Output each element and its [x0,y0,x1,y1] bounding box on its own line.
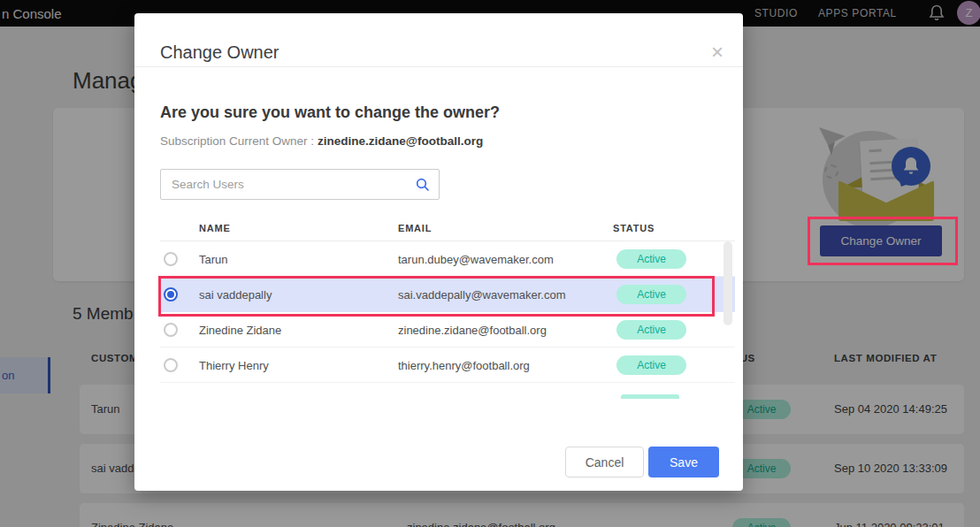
cancel-button[interactable]: Cancel [565,447,644,477]
save-button[interactable]: Save [648,447,719,477]
users-column-name: NAME [199,223,231,233]
search-box [160,169,440,200]
highlight-box-change-owner-button [808,217,958,265]
user-name: Thierry Henry [199,359,269,372]
list-scrollbar-thumb[interactable] [724,241,732,325]
status-badge: Active [616,320,686,340]
user-row[interactable]: Zinedine Zidane zinedine.zidane@football… [160,312,735,348]
user-email: zinedine.zidane@football.org [398,324,547,337]
next-row-badge-sliver [621,394,679,399]
user-name: Tarun [199,253,228,266]
current-owner-label: Subscription Current Owner : [160,134,314,148]
change-owner-dialog: Change Owner × Are you sure you want to … [134,13,743,491]
users-column-status: STATUS [613,223,655,233]
user-email: thierry.henry@football.org [398,359,530,372]
user-row[interactable]: Tarun tarun.dubey@wavemaker.com Active [160,241,735,277]
users-column-email: EMAIL [398,223,432,233]
confirmation-question: Are you sure you want to change the owne… [160,103,500,122]
status-badge: Active [616,249,686,269]
header-divider [134,66,743,67]
current-owner-email: zinedine.zidane@football.org [318,134,483,148]
user-email: tarun.dubey@wavemaker.com [398,253,554,266]
search-input[interactable] [172,170,410,199]
close-icon[interactable]: × [711,42,724,63]
dialog-title: Change Owner [160,42,279,63]
radio-unselected[interactable] [164,358,178,372]
highlight-box-selected-row [158,276,715,317]
search-icon[interactable] [416,178,430,195]
user-row[interactable]: Thierry Henry thierry.henry@football.org… [160,348,735,383]
current-owner-line: Subscription Current Owner :zinedine.zid… [160,134,483,148]
status-badge: Active [616,355,686,375]
user-name: Zinedine Zidane [199,324,281,337]
radio-unselected[interactable] [164,323,178,337]
radio-unselected[interactable] [164,252,178,266]
